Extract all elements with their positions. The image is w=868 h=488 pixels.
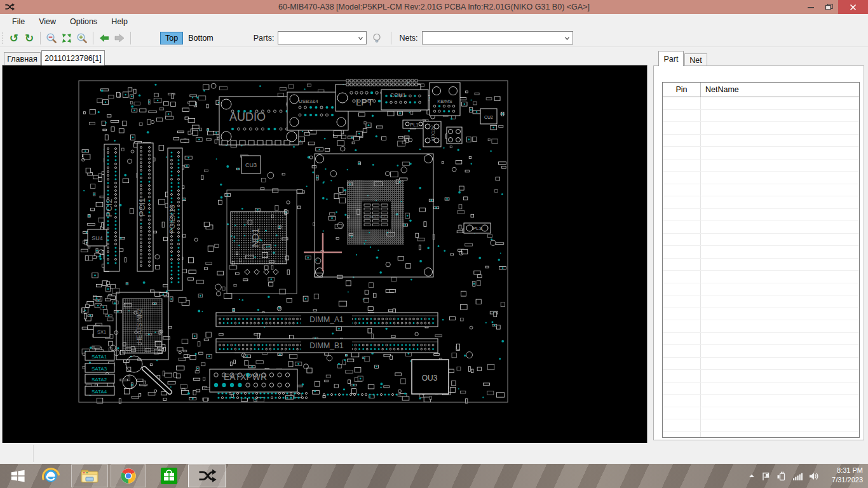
tab-boardfile[interactable]: 20110123786[1] xyxy=(41,50,105,65)
nav-forward-button[interactable] xyxy=(112,30,127,46)
zoom-out-icon xyxy=(45,32,58,44)
internet-explorer-icon xyxy=(41,466,61,486)
nets-combobox[interactable] xyxy=(422,31,573,44)
menu-options[interactable]: Options xyxy=(63,15,104,28)
tab-net[interactable]: Net xyxy=(684,53,707,66)
start-button[interactable] xyxy=(5,464,31,487)
board-label: SATA4 xyxy=(92,389,107,395)
board-label: LPT xyxy=(356,97,374,107)
internet-explorer-button[interactable] xyxy=(37,464,65,487)
board-label: PL1 xyxy=(410,122,418,128)
app-shuffle-icon[interactable] xyxy=(4,2,15,12)
table-row xyxy=(663,358,859,370)
highlight-bulb-button[interactable] xyxy=(369,30,384,46)
board-label: CU3 xyxy=(245,162,257,168)
table-row xyxy=(663,259,859,271)
column-header-pin: Pin xyxy=(663,83,701,97)
board-label: EATXPWR xyxy=(224,372,267,382)
taskbar: 8:31 PM 7/31/2023 xyxy=(0,464,868,488)
table-row xyxy=(663,110,859,123)
table-row xyxy=(663,209,859,222)
desktop: 60-MIB470-A38 [Model:P5KPL-CM Rev:2.01G … xyxy=(0,0,868,488)
table-row xyxy=(663,147,859,159)
pin-net-table: Pin NetName xyxy=(662,82,860,438)
nets-label: Nets: xyxy=(399,34,417,43)
board-label: ATX12V xyxy=(431,125,435,142)
clock-date: 7/31/2023 xyxy=(822,475,863,485)
action-center-flag-icon[interactable] xyxy=(761,471,771,481)
close-button[interactable] xyxy=(838,0,868,14)
restore-button[interactable] xyxy=(820,0,838,14)
top-side-button[interactable]: Top xyxy=(160,32,183,44)
rotate-left-button[interactable]: ↺ xyxy=(6,30,22,46)
title-bar: 60-MIB470-A38 [Model:P5KPL-CM Rev:2.01G … xyxy=(0,0,868,14)
tray-expand-icon[interactable] xyxy=(748,472,756,480)
tab-part[interactable]: Part xyxy=(658,51,684,66)
board-label: SATA2 xyxy=(92,377,107,383)
table-row xyxy=(663,184,859,197)
menu-bar: File View Options Help xyxy=(0,14,868,29)
table-row xyxy=(663,97,859,110)
board-label: SATA3 xyxy=(92,366,107,372)
table-row xyxy=(663,283,859,296)
board-label: KB/MS xyxy=(437,98,452,104)
board-canvas[interactable]: AUDIOUSB3&4LPTCOM1KB/MSCU2PL1ATX12VPCI2P… xyxy=(3,65,647,443)
tab-home[interactable]: Главная xyxy=(4,52,41,65)
volume-icon[interactable] xyxy=(809,471,820,481)
table-row xyxy=(663,196,859,209)
side-panel: Part Net Pin NetName xyxy=(649,47,868,443)
chrome-button[interactable] xyxy=(111,464,146,487)
table-row xyxy=(663,407,859,420)
board-label: OU3 xyxy=(422,374,438,383)
zoom-in-button[interactable] xyxy=(74,30,90,46)
document-tab-strip: Главная 20110123786[1] xyxy=(0,47,647,65)
status-divider xyxy=(33,445,34,462)
zoom-fit-button[interactable] xyxy=(59,30,74,46)
boardviewer-shuffle-icon xyxy=(198,466,217,485)
rotate-left-icon: ↺ xyxy=(10,32,18,44)
table-row xyxy=(663,432,859,438)
table-row xyxy=(663,345,859,358)
board-label: PCI1 xyxy=(137,198,147,217)
nav-back-button[interactable] xyxy=(97,30,112,46)
menu-view[interactable]: View xyxy=(32,15,63,28)
menu-help[interactable]: Help xyxy=(104,15,135,28)
windows-store-button[interactable] xyxy=(156,464,182,487)
table-row xyxy=(663,221,859,234)
chevron-down-icon xyxy=(565,36,569,41)
network-signal-icon[interactable] xyxy=(792,471,803,481)
windows-logo-icon xyxy=(10,468,26,484)
table-row xyxy=(663,395,859,407)
windows-store-icon xyxy=(160,467,178,485)
board-label: DIMM_B1 xyxy=(309,341,344,350)
boardviewer-taskbar-button[interactable] xyxy=(188,464,226,487)
chrome-icon xyxy=(119,467,137,485)
minimize-button[interactable] xyxy=(801,0,820,14)
table-row xyxy=(663,172,859,184)
power-icon[interactable] xyxy=(776,471,787,481)
board-label: USB3&4 xyxy=(299,98,318,104)
zoom-out-button[interactable] xyxy=(44,30,59,46)
parts-label: Parts: xyxy=(254,34,275,43)
file-explorer-button[interactable] xyxy=(71,464,108,487)
part-panel-body: Pin NetName xyxy=(653,65,864,440)
board-label: HEATSINK2 xyxy=(136,308,143,343)
forward-arrow-icon xyxy=(113,32,126,44)
rotate-right-button[interactable]: ↻ xyxy=(22,30,37,46)
board-label: CU2 xyxy=(484,115,493,119)
board-label: ND1 xyxy=(250,228,261,247)
parts-combobox[interactable] xyxy=(278,31,367,44)
bottom-side-button[interactable]: Bottom xyxy=(183,32,219,44)
table-row xyxy=(663,320,859,333)
menu-file[interactable]: File xyxy=(5,15,32,28)
chevron-down-icon xyxy=(358,36,363,41)
table-row xyxy=(663,135,859,147)
table-row xyxy=(663,308,859,321)
back-arrow-icon xyxy=(98,32,111,44)
board-label: COM1 xyxy=(390,92,406,98)
table-row xyxy=(663,333,859,346)
column-header-netname: NetName xyxy=(701,83,859,97)
clock-time: 8:31 PM xyxy=(822,466,863,475)
taskbar-clock[interactable]: 8:31 PM 7/31/2023 xyxy=(822,466,863,485)
table-body xyxy=(663,97,859,438)
